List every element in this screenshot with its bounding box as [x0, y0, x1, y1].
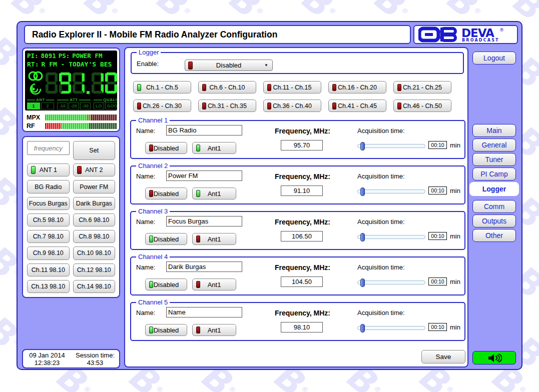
minutes-unit-label: min	[450, 142, 460, 149]
channel-name-input[interactable]	[166, 216, 242, 226]
channel-disabled-button[interactable]: Disabled	[145, 188, 187, 200]
preset-button[interactable]: BG Radio	[27, 180, 70, 193]
slider-handle[interactable]	[360, 142, 365, 150]
indicator-group-label: QUALITY	[103, 98, 117, 102]
acquisition-time-slider[interactable]	[357, 326, 425, 330]
frequency-seven-segment-display	[46, 72, 117, 94]
sidebar-item-main[interactable]: Main	[472, 124, 516, 137]
sidebar-item-logger[interactable]: Logger	[469, 182, 519, 196]
indicator-group-label: ATT	[70, 98, 78, 102]
channel-legend: Channel 5	[136, 298, 170, 306]
acquisition-time-slider[interactable]	[357, 235, 425, 239]
antenna-button-1[interactable]: ANT 1	[27, 164, 70, 176]
frequency-label: Frequency, MHz:	[275, 172, 330, 180]
channel-name-input[interactable]	[166, 125, 242, 136]
acquisition-time-value[interactable]: 00:10	[428, 141, 447, 149]
acquisition-label: Acquisition time:	[357, 127, 405, 134]
channel-group-button[interactable]: Ch.41 - Ch.45	[328, 100, 386, 112]
lcd-display-panel: PI:8091 PS:POWER FM RT:R FM - TODAY'S BE…	[22, 48, 120, 132]
stereo-icon	[27, 70, 44, 82]
acquisition-time-value[interactable]: 00:10	[428, 323, 447, 331]
channel-antenna-button[interactable]: Ant1	[192, 142, 236, 154]
channel-disabled-button[interactable]: Disabled	[145, 233, 187, 245]
channel-frequency-input[interactable]	[281, 276, 323, 287]
enable-label: Enable:	[137, 60, 159, 68]
logger-enable-dropdown[interactable]: Disabled ▼	[185, 60, 273, 71]
slider-handle[interactable]	[360, 188, 365, 196]
channel-group-button[interactable]: Ch.31 - Ch.35	[198, 100, 256, 112]
indicator-lo: LO	[94, 102, 104, 110]
acquisition-time-slider[interactable]	[357, 144, 425, 148]
channel-group-button[interactable]: Ch.36 - Ch.40	[263, 100, 321, 112]
channel-group-button[interactable]: Ch.21 - Ch.25	[393, 81, 451, 94]
session-value: 43:53	[71, 359, 119, 366]
channel-legend: Channel 3	[136, 208, 170, 215]
led-indicator	[149, 144, 153, 152]
preset-button[interactable]: Darik Burgas	[73, 197, 116, 210]
channel-group-button[interactable]: Ch.26 - Ch.30	[133, 100, 191, 112]
led-indicator	[267, 84, 271, 91]
frequency-label: Frequency, MHz:	[275, 218, 330, 226]
save-button[interactable]: Save	[421, 350, 465, 364]
channel-frequency-input[interactable]	[281, 231, 323, 242]
sidebar-item-tuner[interactable]: Tuner	[472, 153, 516, 166]
channel-antenna-button[interactable]: Ant1	[192, 278, 236, 290]
channel-frequency-input[interactable]	[281, 186, 323, 196]
acquisition-time-value[interactable]: 00:10	[428, 278, 447, 286]
channel-name-input[interactable]	[166, 170, 242, 181]
slider-handle[interactable]	[360, 324, 365, 332]
acquisition-label: Acquisition time:	[357, 309, 405, 316]
pi-label: PI:	[27, 52, 39, 60]
channel-antenna-button[interactable]: Ant1	[192, 233, 236, 245]
preset-button[interactable]: Ch.12 98.10	[73, 264, 116, 276]
acquisition-time-slider[interactable]	[357, 190, 425, 194]
slider-handle[interactable]	[360, 278, 365, 287]
logger-legend: Logger	[137, 48, 161, 56]
channel-group-button[interactable]: Ch.46 - Ch.50	[393, 100, 451, 112]
name-label: Name:	[136, 218, 155, 226]
acquisition-time-value[interactable]: 00:10	[428, 186, 447, 194]
speaker-button[interactable]	[472, 351, 516, 364]
channel-group-button[interactable]: Ch.16 - Ch.20	[328, 81, 386, 94]
preset-button[interactable]: Ch.6 98.10	[73, 214, 116, 226]
channel-frequency-input[interactable]	[281, 322, 323, 332]
acquisition-time-slider[interactable]	[357, 280, 425, 284]
preset-button[interactable]: Ch.5 98.10	[27, 214, 70, 226]
channel-group-button[interactable]: Ch.6 - Ch.10	[198, 81, 256, 94]
channel-disabled-button[interactable]: Disabled	[145, 278, 187, 290]
acquisition-label: Acquisition time:	[357, 218, 405, 226]
sidebar-item-comm[interactable]: Comm	[472, 200, 516, 213]
logout-button[interactable]: Logout	[472, 52, 516, 64]
preset-button[interactable]: Ch.11 98.10	[27, 264, 70, 276]
sidebar-item-outputs[interactable]: Outputs	[472, 214, 516, 228]
mpx-meter: MPX	[27, 114, 117, 121]
sidebar-item-general[interactable]: General	[472, 138, 516, 152]
preset-button[interactable]: Ch.7 98.10	[27, 230, 70, 243]
preset-button[interactable]: Ch.8 98.10	[73, 230, 116, 243]
channel-antenna-button[interactable]: Ant1	[192, 188, 236, 200]
antenna-button-2[interactable]: ANT 2	[73, 164, 116, 176]
led-indicator	[332, 102, 336, 110]
channel-group-button[interactable]: Ch.1 - Ch.5	[133, 81, 191, 94]
sidebar-item-pi-camp[interactable]: PI Camp	[472, 168, 516, 180]
channel-disabled-button[interactable]: Disabled	[145, 142, 187, 154]
channel-antenna-button[interactable]: Ant1	[192, 324, 236, 336]
preset-button[interactable]: Ch.13 98.10	[27, 280, 70, 293]
sidebar-item-other[interactable]: Other	[472, 229, 516, 242]
acquisition-time-value[interactable]: 00:10	[428, 232, 447, 240]
preset-button[interactable]: Ch.14 98.10	[73, 280, 116, 293]
channel-frequency-input[interactable]	[281, 140, 323, 150]
preset-button[interactable]: Power FM	[73, 180, 116, 193]
datetime-display: 09 Jan 2014 12:38:23	[23, 352, 71, 366]
frequency-input[interactable]	[27, 141, 70, 155]
channel-group-button[interactable]: Ch.11 - Ch.15	[263, 81, 321, 94]
minutes-unit-label: min	[450, 232, 460, 240]
slider-handle[interactable]	[360, 233, 365, 242]
channel-name-input[interactable]	[166, 262, 242, 272]
channel-disabled-button[interactable]: Disabled	[145, 324, 187, 336]
preset-button[interactable]: Ch.9 98.10	[27, 246, 70, 260]
preset-button[interactable]: Ch.10 98.10	[73, 246, 116, 260]
channel-name-input[interactable]	[166, 307, 242, 318]
preset-button[interactable]: Focus Burgas	[27, 197, 70, 210]
set-button[interactable]: Set	[73, 141, 116, 160]
